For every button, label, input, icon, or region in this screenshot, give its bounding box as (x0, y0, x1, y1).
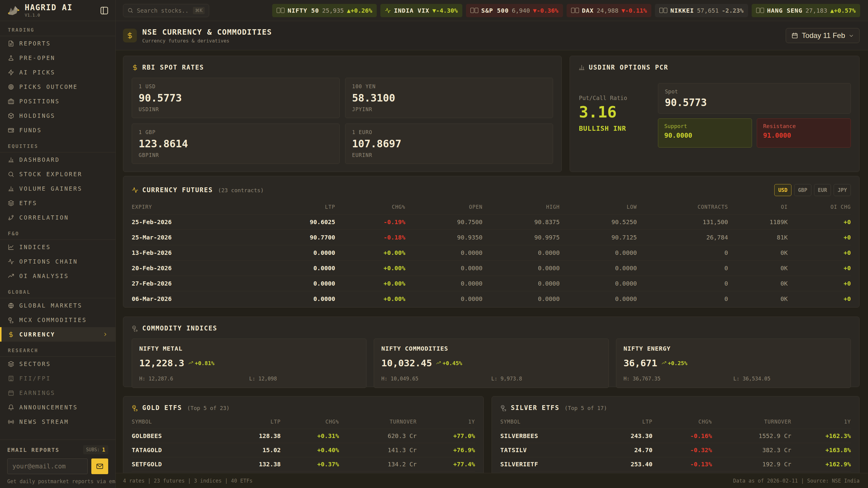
gold-etf-row[interactable]: GOLDBEES128.38+0.31%620.3 Cr+77.0% (132, 429, 475, 443)
sidebar-item-etfs[interactable]: ETFS (0, 196, 116, 210)
market-ticker-chip[interactable]: NIKKEI57,651-2.23% (655, 4, 748, 17)
sidebar-item-options-chain[interactable]: OPTIONS CHAIN (0, 254, 116, 269)
sidebar-item-funds[interactable]: FUNDS (0, 123, 116, 137)
activity-icon (8, 258, 14, 265)
cell-ltp: 0.0000 (251, 280, 335, 287)
futures-table-row[interactable]: 25-Mar-202690.7700-0.18%90.935090.997590… (132, 230, 851, 245)
sidebar-item-indices[interactable]: INDICES (0, 240, 116, 254)
email-field[interactable] (7, 458, 88, 474)
silver-etf-row[interactable]: TATSILV24.70-0.32%382.3 Cr+163.8% (500, 443, 851, 457)
futures-table: EXPIRYLTPCHG%OPENHIGHLOWCONTRACTSOIOI CH… (132, 204, 851, 306)
spot-rate-card: 1 USD90.5773USDINR (132, 78, 340, 118)
sidebar-item-currency[interactable]: CURRENCY (0, 327, 116, 341)
cell-expiry: 06-Mar-2026 (132, 295, 251, 302)
spot-value: 90.5773 (665, 97, 844, 108)
sidebar-item-picks-outcome[interactable]: PICKS OUTCOME (0, 79, 116, 94)
rate-value: 123.8614 (138, 138, 333, 150)
sidebar-item-oi-analysis[interactable]: OI ANALYSIS (0, 269, 116, 283)
sidebar-item-ai-picks[interactable]: AI PICKS (0, 65, 116, 79)
currency-toggle-gbp[interactable]: GBP (794, 184, 811, 196)
sidebar-item-mcx-commodities[interactable]: MCX COMMODITIES (0, 313, 116, 327)
silver-etf-row[interactable]: SILVERIETF253.40-0.13%192.9 Cr+162.9% (500, 457, 851, 471)
market-ticker-chip[interactable]: NIFTY 5025,935▲+0.26% (272, 4, 377, 17)
cell-contracts: 131,500 (637, 218, 728, 226)
cell-symbol: SILVERBEES (500, 432, 586, 440)
sidebar-item-correlation[interactable]: CORRELATION (0, 210, 116, 225)
wallet-icon (8, 127, 14, 133)
cell-oi: 0K (728, 280, 788, 287)
date-label: Today 11 Feb (802, 31, 845, 40)
silver-panel-title: SILVER ETFS (511, 404, 559, 412)
silver-table-header: SYMBOLLTPCHG%TURNOVER1Y (500, 419, 851, 429)
sidebar-item-reports[interactable]: REPORTS (0, 36, 116, 51)
currency-toggle-usd[interactable]: USD (774, 184, 792, 196)
cell-ltp: 90.6025 (251, 218, 335, 226)
market-ticker-chip[interactable]: S&P 5006,940▼-0.36% (466, 4, 563, 17)
sidebar-item-earnings[interactable]: EARNINGS (0, 386, 116, 400)
sidebar-item-announcements[interactable]: ANNOUNCEMENTS (0, 400, 116, 415)
commodity-value: 12,228.3 (139, 358, 184, 368)
market-ticker-chip[interactable]: INDIA VIX▼-4.30% (380, 4, 462, 17)
coins-icon (500, 404, 507, 411)
sidebar-item-global-markets[interactable]: GLOBAL MARKETS (0, 298, 116, 313)
ticker-change: ▼-0.11% (621, 7, 647, 14)
cell-oi-chg: +0 (787, 280, 851, 287)
silver-etf-row[interactable]: SILVERBEES243.30-0.16%1552.9 Cr+162.3% (500, 429, 851, 443)
sidebar-item-label: FII/FPI (19, 375, 51, 382)
sidebar-item-positions[interactable]: POSITIONS (0, 94, 116, 108)
cell-ltp: 243.30 (586, 432, 652, 440)
coins-icon (8, 317, 14, 323)
futures-table-row[interactable]: 27-Feb-20260.0000+0.00%0.00000.00000.000… (132, 276, 851, 291)
cell-oi-chg: +0 (787, 218, 851, 226)
resistance-value: 91.0000 (763, 132, 844, 139)
sidebar-item-label: INDICES (19, 244, 51, 250)
sidebar-section-label: GLOBAL (0, 283, 116, 298)
cell-chg: +0.37% (281, 461, 339, 468)
sidebar-item-holdings[interactable]: HOLDINGS (0, 108, 116, 123)
market-ticker-chip[interactable]: HANG SENG27,183▲+0.57% (752, 4, 860, 17)
search-box[interactable]: ⌘K (123, 4, 209, 17)
commodity-high: H: 10,049.65 (381, 376, 491, 382)
silver-etf-table: SYMBOLLTPCHG%TURNOVER1YSILVERBEES243.30-… (500, 419, 851, 471)
bar-chart-icon (8, 186, 14, 192)
cell-chg: +0.00% (335, 249, 405, 256)
commodity-value: 36,671 (624, 358, 657, 368)
cell-chg: -0.13% (652, 461, 712, 468)
sidebar-item-volume-gainers[interactable]: VOLUME GAINERS (0, 181, 116, 196)
search-icon (8, 171, 14, 177)
currency-toggle-eur[interactable]: EUR (814, 184, 831, 196)
sidebar-section: GLOBALGLOBAL MARKETSMCX COMMODITIESCURRE… (0, 283, 116, 341)
sidebar-item-stock-explorer[interactable]: STOCK EXPLORER (0, 167, 116, 181)
futures-table-row[interactable]: 13-Feb-20260.0000+0.00%0.00000.00000.000… (132, 245, 851, 261)
currency-toggle-jpy[interactable]: JPY (834, 184, 851, 196)
cell-turnover: 192.9 Cr (712, 461, 791, 468)
cell-turnover: 620.3 Cr (339, 432, 417, 440)
cell-ltp: 132.38 (216, 461, 281, 468)
spot-rate-card: 1 GBP123.8614GBPINR (132, 124, 340, 164)
futures-table-row[interactable]: 06-Mar-20260.0000+0.00%0.00000.00000.000… (132, 291, 851, 306)
gold-etf-row[interactable]: TATAGOLD15.02+0.40%141.3 Cr+76.9% (132, 443, 475, 457)
sidebar-item-label: SECTORS (19, 361, 51, 367)
cell-contracts: 26,784 (637, 234, 728, 241)
subscribe-email-button[interactable] (91, 458, 108, 474)
coins-icon (132, 404, 138, 411)
market-ticker-chip[interactable]: DAX24,988▼-0.11% (567, 4, 652, 17)
ticker-name: HANG SENG (767, 7, 802, 14)
gold-etf-row[interactable]: SETFGOLD132.38+0.37%134.2 Cr+77.4% (132, 457, 475, 471)
sidebar-item-sectors[interactable]: SECTORS (0, 357, 116, 371)
sidebar-item-dashboard[interactable]: DASHBOARD (0, 153, 116, 167)
dollar-icon (126, 32, 133, 39)
sidebar-toggle-icon[interactable] (100, 6, 109, 15)
sidebar-item-pre-open[interactable]: PRE-OPEN (0, 51, 116, 65)
package-icon (8, 113, 14, 119)
futures-table-row[interactable]: 25-Feb-202690.6025-0.19%90.750090.837590… (132, 215, 851, 230)
date-picker-button[interactable]: Today 11 Feb (786, 28, 860, 43)
search-input[interactable] (137, 7, 189, 14)
futures-table-row[interactable]: 20-Feb-20260.0000+0.00%0.00000.00000.000… (132, 261, 851, 276)
sidebar-item-label: GLOBAL MARKETS (19, 302, 82, 309)
sidebar-item-fii-fpi[interactable]: FII/FPI (0, 371, 116, 386)
email-reports-label: EMAIL REPORTS (7, 447, 59, 453)
trending-up-icon (661, 361, 666, 365)
sidebar-item-news-stream[interactable]: NEWS STREAM (0, 415, 116, 429)
resistance-label: Resistance (763, 123, 844, 129)
